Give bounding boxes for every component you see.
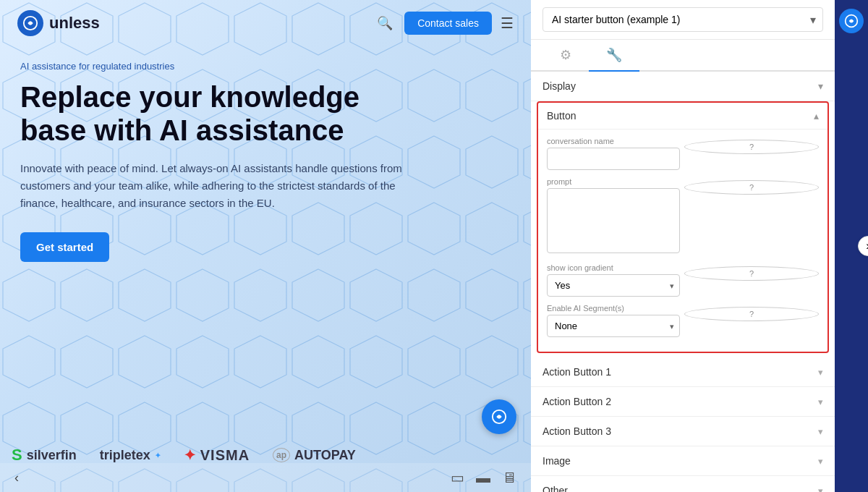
prompt-field-row: prompt ?: [547, 177, 819, 256]
preset-selector-header: AI starter button (example 1) ▾: [531, 0, 835, 40]
hamburger-menu-icon[interactable]: ☰: [501, 14, 514, 32]
action-button-1-label: Action Button 1: [542, 366, 818, 378]
other-label: Other: [542, 485, 818, 492]
enable-ai-segments-label: Enable AI Segment(s): [547, 304, 680, 313]
prompt-textarea[interactable]: [547, 188, 680, 253]
top-nav: unless 🔍 Contact sales ☰: [0, 0, 531, 46]
conversation-name-help-icon[interactable]: ?: [684, 140, 819, 154]
back-arrow[interactable]: ‹: [14, 470, 19, 485]
brand-tripletex: tripletex ✦: [100, 448, 161, 463]
device-switcher: ▭ ▬ 🖥: [451, 469, 516, 486]
prompt-help-icon[interactable]: ?: [684, 180, 819, 195]
image-section-row[interactable]: Image ▾: [531, 446, 835, 476]
hero-title: Replace your knowledge base with AI assi…: [20, 80, 396, 147]
display-label: Display: [542, 80, 818, 92]
panel-content: AI starter button (example 1) ▾ ⚙ 🔧 Disp…: [531, 0, 835, 492]
search-icon[interactable]: 🔍: [374, 12, 396, 34]
right-container: AI starter button (example 1) ▾ ⚙ 🔧 Disp…: [531, 0, 868, 492]
bottom-nav-bar: ‹ ▭ ▬ 🖥: [0, 463, 531, 492]
action-button-1-chevron-icon: ▾: [818, 367, 823, 378]
other-section-row[interactable]: Other ▾: [531, 476, 835, 492]
brand-autopay: ap AUTOPAY: [273, 448, 356, 463]
show-icon-gradient-select-wrap: Yes No ▾: [547, 274, 680, 297]
button-section: Button ▴ conversation name ?: [537, 101, 829, 353]
desktop-icon[interactable]: 🖥: [502, 470, 516, 486]
action-button-3-chevron-icon: ▾: [818, 426, 823, 437]
button-section-chevron-icon: ▴: [814, 110, 819, 122]
action-button-3-row[interactable]: Action Button 3 ▾: [531, 417, 835, 446]
enable-ai-segments-select[interactable]: None Segment 1: [547, 315, 680, 337]
floating-action-button[interactable]: [482, 399, 516, 434]
tab-customization[interactable]: 🔧: [589, 40, 639, 72]
show-icon-gradient-field-row: show icon gradient Yes No ▾ ?: [547, 263, 819, 297]
tablet-portrait-icon[interactable]: ▭: [451, 469, 464, 486]
button-fields: conversation name ? prompt ?: [538, 130, 827, 352]
action-button-1-row[interactable]: Action Button 1 ▾: [531, 357, 835, 387]
display-chevron-icon: ▾: [818, 80, 823, 92]
brand-silverfin: S silverfin: [12, 446, 77, 465]
logo-text: unless: [49, 14, 100, 33]
conversation-name-field-row: conversation name ?: [547, 137, 819, 170]
enable-ai-segments-help-icon[interactable]: ?: [684, 307, 819, 321]
image-chevron-icon: ▾: [818, 456, 823, 467]
hero-content: AI assistance for regulated industries R…: [0, 46, 531, 262]
tab-settings[interactable]: ⚙: [542, 40, 589, 70]
preset-dropdown[interactable]: AI starter button (example 1): [542, 7, 823, 32]
enable-ai-segments-select-wrap: None Segment 1 ▾: [547, 315, 680, 337]
action-button-2-chevron-icon: ▾: [818, 396, 823, 407]
enable-ai-segments-field-row: Enable AI Segment(s) None Segment 1 ▾ ?: [547, 304, 819, 337]
button-section-header[interactable]: Button ▴: [538, 103, 827, 130]
hero-description: Innovate with peace of mind. Let always-…: [20, 160, 411, 212]
conversation-name-input[interactable]: [547, 148, 680, 170]
collapse-sections: Action Button 1 ▾ Action Button 2 ▾ Acti…: [531, 357, 835, 492]
conversation-name-label: conversation name: [547, 137, 680, 145]
get-started-button[interactable]: Get started: [20, 232, 109, 262]
image-label: Image: [542, 455, 818, 467]
tablet-landscape-icon[interactable]: ▬: [476, 470, 490, 486]
preset-dropdown-wrap: AI starter button (example 1) ▾: [542, 7, 823, 32]
show-icon-gradient-help-icon[interactable]: ?: [684, 266, 819, 281]
show-icon-gradient-label: show icon gradient: [547, 263, 680, 272]
prompt-label: prompt: [547, 177, 680, 186]
show-icon-gradient-select[interactable]: Yes No: [547, 274, 680, 297]
sidebar-avatar[interactable]: [839, 9, 864, 33]
left-panel: unless 🔍 Contact sales ☰ AI assistance f…: [0, 0, 531, 492]
hero-tag: AI assistance for regulated industries: [20, 61, 511, 72]
brand-visma: ✦ VISMA: [184, 446, 250, 464]
button-section-label: Button: [547, 110, 814, 122]
brand-logo-bar: S silverfin tripletex ✦ ✦ VISMA ap AUTOP…: [0, 446, 531, 465]
contact-sales-button[interactable]: Contact sales: [404, 12, 492, 35]
action-button-3-label: Action Button 3: [542, 425, 818, 437]
display-section-row[interactable]: Display ▾: [531, 72, 835, 101]
other-chevron-icon: ▾: [818, 485, 823, 493]
logo: unless: [17, 10, 100, 36]
action-button-2-label: Action Button 2: [542, 396, 818, 407]
action-button-2-row[interactable]: Action Button 2 ▾: [531, 387, 835, 417]
logo-icon: [17, 10, 43, 36]
tab-bar: ⚙ 🔧: [531, 40, 835, 72]
